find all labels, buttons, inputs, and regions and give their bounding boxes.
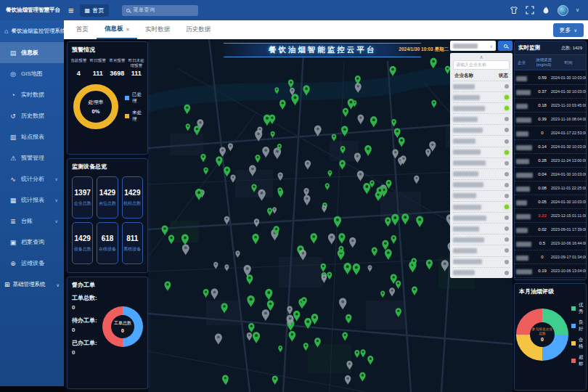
sidebar-item-history-data[interactable]: ↺历史数据 [0, 105, 64, 126]
company-row[interactable] [453, 256, 510, 267]
sidebar-item-gis-map[interactable]: ◎GIS地图 [0, 63, 64, 84]
realtime-company-cell [516, 99, 534, 112]
realtime-company-cell [516, 195, 534, 208]
legend-label: 合格 [579, 337, 585, 350]
density-value: 0.04 [534, 172, 551, 176]
realtime-row[interactable]: 0.142024-01-30 10:03:00 [515, 140, 586, 154]
tab-realtime-data[interactable]: 实时数据 [137, 20, 178, 39]
realtime-row[interactable]: 0.282023-11-24 13:00:00 [515, 154, 586, 168]
sidebar-section-base-management-system[interactable]: ⊞基础管理系统∨ [0, 274, 64, 295]
sidebar-item-realtime-data[interactable]: ◔实时数据 [0, 84, 64, 105]
realtime-row[interactable]: 0.042024-01-30 10:03:00 [515, 168, 586, 181]
tab-home[interactable]: 首页 [68, 20, 97, 39]
section-label: 餐饮油烟监控管理系统 [11, 28, 65, 35]
censored-company-name [453, 84, 475, 89]
user-avatar[interactable] [558, 5, 568, 16]
sidebar-item-stat-analysis[interactable]: ∿统计分析∨ [0, 168, 64, 189]
company-row[interactable] [453, 81, 510, 91]
realtime-row[interactable]: 0.082023-11-01 22:25:00 [515, 181, 586, 195]
company-row[interactable] [453, 147, 510, 158]
device-stat-box: 811离线设备 [122, 222, 143, 264]
company-row[interactable] [453, 245, 510, 256]
device-stat-box: 1429机组总数 [122, 176, 143, 219]
censored-company-name [453, 117, 478, 122]
company-row[interactable] [453, 212, 510, 223]
realtime-row[interactable]: 0.372024-01-30 10:03:00 [515, 85, 586, 99]
sidebar-menu: ⌂餐饮油烟监控管理系统∧▤信息板◎GIS地图◔实时数据↺历史数据▥站点报表⚠预警… [0, 20, 64, 295]
density-value: 0.28 [534, 158, 551, 163]
reading-time: 2023-10-06 16:44:00 [551, 241, 587, 245]
sidebar-item-label: 统计报表 [21, 196, 44, 204]
hamburger-menu-icon[interactable]: ≡ [68, 5, 74, 16]
realtime-row[interactable]: 0.52023-10-06 16:44:00 [515, 237, 586, 250]
device-stat-value: 811 [126, 234, 138, 242]
company-row[interactable] [453, 267, 510, 278]
status-dot-gray [505, 161, 509, 166]
sidebar-item-ledger[interactable]: ≣台账∨ [0, 211, 64, 232]
sidebar-item-info-board[interactable]: ▤信息板 [0, 42, 64, 63]
collapse-chevron-up-icon[interactable]: ∧ [453, 54, 510, 60]
company-row[interactable] [453, 135, 510, 146]
device-stat-label: 在线设备 [99, 246, 116, 253]
grid-icon: ▦ [85, 7, 91, 14]
censored-company-name [516, 242, 531, 247]
alarm-stat-label: 昨日未处理预警 [127, 58, 147, 69]
sidebar-item-stat-report[interactable]: ▦统计报表∨ [0, 189, 64, 211]
company-row[interactable] [453, 158, 510, 168]
sidebar-item-archive-query[interactable]: ▣档案查询 [0, 232, 64, 253]
sidebar-section-smoke-monitor-system[interactable]: ⌂餐饮油烟监控管理系统∧ [0, 20, 64, 42]
company-row[interactable] [453, 234, 510, 245]
sidebar-item-site-report[interactable]: ▥站点报表 [0, 126, 64, 147]
company-row[interactable] [453, 201, 510, 212]
company-row[interactable] [453, 179, 510, 190]
realtime-row[interactable]: 0.182023-11-10 03:45:00 [515, 99, 586, 113]
menu-search-input[interactable]: 菜单查询 [122, 5, 198, 16]
alarm-panel-title: 预警情况 [68, 42, 147, 56]
legend-swatch [125, 96, 129, 100]
device-stat-label: 离线设备 [123, 246, 141, 253]
realtime-row[interactable]: 02022-09-17 01:34:00 [515, 250, 586, 264]
sidebar-item-alarm-management[interactable]: ⚠预警管理 [0, 147, 64, 168]
realtime-row[interactable]: 0.392023-11-16 08:04:00 [515, 113, 586, 126]
company-select-dropdown[interactable]: ∨ [450, 41, 496, 51]
alarm-stat-label: 当前预警 [69, 58, 89, 69]
realtime-row[interactable]: 0.192023-10-06 13:04:00 [515, 264, 586, 278]
realtime-row[interactable]: 0.022023-09-01 17:39:00 [515, 223, 586, 237]
tab-info-board[interactable]: 信息板× [97, 20, 137, 39]
theme-skin-icon[interactable] [510, 6, 518, 15]
sidebar-item-label: 站点报表 [21, 133, 44, 141]
company-row[interactable] [453, 190, 510, 201]
company-name-input[interactable]: 请输入企业名称 [453, 60, 510, 70]
company-search-row: ∨ [450, 41, 513, 51]
realtime-row[interactable]: 0.592024-01-30 10:03:00 [515, 71, 586, 85]
density-value: 0.05 [534, 200, 551, 204]
more-button[interactable]: 更多 ∨ [553, 23, 584, 37]
company-row[interactable] [453, 91, 510, 102]
tab-history-data[interactable]: 历史数据 [178, 20, 219, 39]
realtime-company-cell [516, 168, 534, 181]
company-status-column: 状态 [499, 73, 508, 79]
company-row[interactable] [453, 102, 510, 113]
company-row[interactable] [453, 223, 510, 234]
notification-flame-icon[interactable] [542, 6, 550, 15]
home-chip[interactable]: ▦ 首页 [80, 4, 110, 17]
info-board-icon: ▤ [9, 49, 17, 57]
tab-close-icon[interactable]: × [126, 26, 130, 33]
reading-time: 2024-01-30 10:03:00 [551, 172, 587, 176]
realtime-row[interactable]: 0.052024-01-30 10:03:00 [515, 195, 586, 209]
company-row[interactable] [453, 113, 510, 124]
company-row[interactable] [453, 124, 510, 135]
sidebar-item-ops-device[interactable]: ⊕运维设备 [0, 253, 64, 274]
workorder-value: 0 [72, 349, 102, 356]
censored-company-name [516, 159, 529, 164]
company-row[interactable] [453, 168, 510, 179]
censored-company-name [453, 205, 481, 210]
fullscreen-icon[interactable] [526, 6, 534, 15]
user-menu-chevron-down-icon[interactable]: ∨ [576, 7, 579, 13]
density-value: 0.14 [534, 144, 551, 149]
realtime-row[interactable]: 02024-01-17 22:53:00 [515, 126, 586, 140]
realtime-row[interactable]: 2.222023-12-15 01:11:00 [515, 209, 586, 223]
realtime-company-cell [516, 209, 534, 222]
realtime-row[interactable]: 0.082023-12-03 12:47:00 [515, 278, 586, 280]
company-search-button[interactable] [498, 41, 513, 51]
